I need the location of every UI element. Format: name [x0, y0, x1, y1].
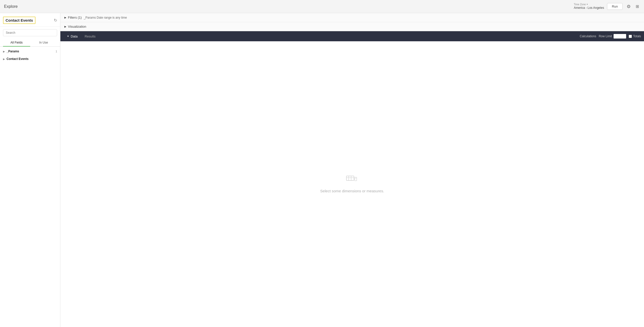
timezone-label: Time Zone ▾ [574, 3, 604, 6]
header-right: Time Zone ▾ America - Los Angeles Run ⚙ … [574, 3, 640, 10]
main-layout: Contact Events ↻ All Fields In Use ▶ _Pa… [0, 13, 644, 327]
sidebar: Contact Events ↻ All Fields In Use ▶ _Pa… [0, 13, 60, 327]
data-tab-label: Data [71, 34, 77, 38]
results-tab-button[interactable]: Results [81, 34, 99, 38]
tab-all-fields[interactable]: All Fields [3, 39, 30, 46]
row-limit-label: Row Limit [599, 34, 612, 38]
grid-icon: ⊞ [636, 4, 639, 9]
viz-row: ▶ Visualization [60, 22, 644, 31]
timezone-area: Time Zone ▾ America - Los Angeles [574, 3, 604, 10]
sidebar-tabs: All Fields In Use [0, 39, 60, 47]
run-button[interactable]: Run [607, 3, 623, 10]
chevron-right-icon: ▶ [3, 50, 5, 53]
totals-label: Totals [633, 34, 641, 38]
visualization-toggle-button[interactable]: ▶ Visualization [64, 25, 86, 28]
caret-down-icon: ▾ [587, 3, 588, 6]
circle-arrow-icon: ↻ [54, 18, 57, 22]
settings-button[interactable]: ⚙ [626, 3, 632, 10]
empty-state-icon [346, 175, 358, 185]
svg-rect-4 [355, 177, 357, 181]
sidebar-group-params[interactable]: ▶ _Params 1 [0, 48, 60, 55]
sidebar-items: ▶ _Params 1 ▶ Contact Events [0, 47, 60, 327]
filters-toggle-button[interactable]: ▶ Filters (1) [64, 16, 82, 19]
empty-state-text: Select some dimensions or measures. [320, 189, 384, 193]
chevron-right-icon-2: ▶ [3, 58, 5, 60]
filters-row: ▶ Filters (1) _Params Date range is any … [60, 13, 644, 22]
group-count-params: 1 [56, 50, 57, 53]
tab-in-use[interactable]: In Use [30, 39, 57, 46]
timezone-value: America - Los Angeles [574, 6, 604, 10]
content-area: ▶ Filters (1) _Params Date range is any … [60, 13, 644, 327]
totals-checkbox-area: Totals [629, 34, 641, 38]
row-limit-input[interactable] [614, 34, 626, 39]
sidebar-header: Contact Events ↻ [0, 13, 60, 27]
data-tab-button[interactable]: ▼ Data [63, 31, 81, 41]
calculations-button[interactable]: Calculations [577, 33, 599, 39]
sidebar-group-contact-events[interactable]: ▶ Contact Events [0, 55, 60, 63]
search-input[interactable] [3, 29, 57, 36]
data-toolbar: ▼ Data Results Calculations Row Limit To… [60, 31, 644, 41]
sidebar-search-area [0, 27, 60, 39]
grid-button[interactable]: ⊞ [635, 3, 640, 10]
caret-down-data-icon: ▼ [67, 35, 69, 38]
app-title: Explore [4, 4, 18, 9]
top-header: Explore Time Zone ▾ America - Los Angele… [0, 0, 644, 13]
empty-state: Select some dimensions or measures. [60, 41, 644, 327]
filter-description: _Params Date range is any time [84, 16, 127, 19]
group-name-contact-events: Contact Events [7, 57, 28, 61]
gear-icon: ⚙ [627, 4, 631, 9]
chevron-right-icon-filters: ▶ [64, 16, 66, 19]
visualization-label: Visualization [68, 25, 86, 28]
chevron-right-icon-viz: ▶ [64, 25, 66, 28]
group-name-params: _Params [7, 50, 19, 53]
filters-label: Filters (1) [68, 16, 82, 19]
totals-checkbox[interactable] [629, 35, 632, 38]
sidebar-title: Contact Events [3, 17, 35, 24]
sidebar-collapse-button[interactable]: ↻ [54, 18, 57, 23]
svg-rect-0 [346, 176, 354, 180]
